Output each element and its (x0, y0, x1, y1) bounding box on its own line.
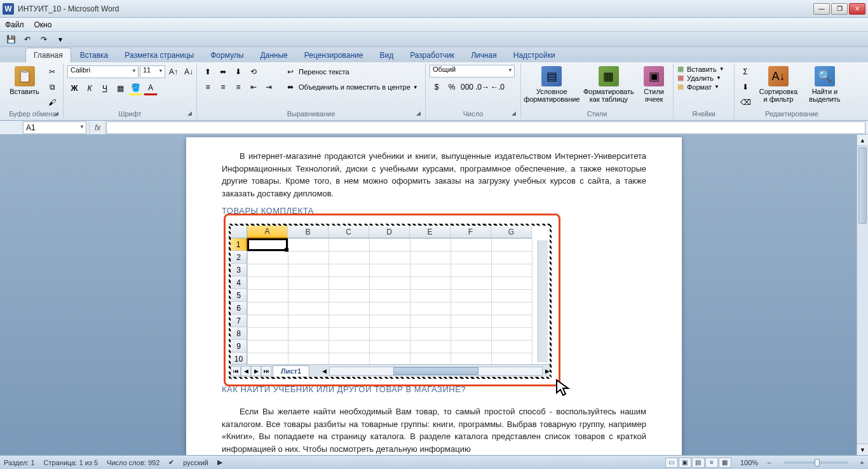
scroll-thumb[interactable] (858, 147, 867, 224)
zoom-slider[interactable] (784, 461, 848, 464)
increase-indent-icon[interactable]: ⇥ (262, 80, 276, 94)
status-spellcheck-icon[interactable]: ✔ (168, 458, 174, 466)
tab-home[interactable]: Главная (25, 48, 71, 62)
close-button[interactable]: ✕ (849, 3, 865, 15)
decrease-decimal-icon[interactable]: ←.0 (491, 80, 505, 94)
vertical-scrollbar[interactable]: ▲ ▼ (857, 135, 868, 455)
menu-window[interactable]: Окно (34, 20, 52, 29)
fx-icon[interactable]: fx (89, 121, 106, 134)
maximize-button[interactable]: ❐ (831, 3, 848, 15)
row-header[interactable]: 9 (231, 340, 247, 353)
status-macro-icon[interactable]: ▶ (217, 458, 222, 466)
row-header[interactable]: 10 (231, 353, 247, 364)
name-box[interactable]: A1▼ (23, 121, 86, 134)
embedded-vertical-scrollbar[interactable] (538, 240, 548, 362)
autosum-icon[interactable]: Σ (738, 65, 752, 79)
embedded-excel-object[interactable]: A B C D E F G 1 2 3 4 5 6 7 8 9 10 (229, 224, 552, 379)
scroll-down-icon[interactable]: ▼ (857, 444, 868, 455)
align-center-icon[interactable]: ≡ (216, 80, 230, 94)
tab-formulas[interactable]: Формулы (203, 48, 251, 62)
paste-button[interactable]: 📋 Вставить (6, 65, 43, 97)
cut-icon[interactable]: ✂ (45, 65, 59, 79)
insert-cells-button[interactable]: ▦Вставить▼ (677, 65, 724, 73)
status-page[interactable]: Страница: 1 из 5 (44, 459, 98, 466)
horizontal-scrollbar[interactable] (329, 367, 543, 376)
fill-icon[interactable]: ⬇ (738, 80, 752, 94)
border-icon[interactable]: ▦ (113, 81, 127, 95)
merge-center-button[interactable]: ⬌ Объединить и поместить в центре ▼ (283, 80, 418, 94)
clear-icon[interactable]: ⌫ (738, 95, 752, 109)
hscroll-right-icon[interactable]: ▶ (545, 368, 550, 374)
column-header[interactable]: B (288, 226, 329, 238)
comma-icon[interactable]: 000 (460, 80, 474, 94)
font-dialog-launcher[interactable]: ◢ (187, 110, 195, 118)
menu-file[interactable]: Файл (5, 20, 24, 29)
zoom-in-button[interactable]: + (860, 459, 864, 466)
align-top-icon[interactable]: ⬆ (201, 65, 215, 79)
save-icon[interactable]: 💾 (4, 33, 18, 46)
sheet-tab[interactable]: Лист1 (273, 365, 309, 376)
italic-icon[interactable]: К (83, 81, 97, 95)
font-color-icon[interactable]: A (144, 81, 158, 95)
clipboard-dialog-launcher[interactable]: ◢ (54, 110, 62, 118)
tab-developer[interactable]: Разработчик (402, 48, 462, 62)
conditional-formatting-button[interactable]: ▤Условное форматирование (525, 65, 579, 104)
status-language[interactable]: русский (183, 459, 208, 466)
minimize-button[interactable]: — (813, 3, 830, 15)
zoom-level[interactable]: 100% (740, 459, 758, 466)
tab-insert[interactable]: Вставка (72, 48, 116, 62)
format-painter-icon[interactable]: 🖌 (45, 95, 59, 109)
zoom-out-button[interactable]: − (767, 459, 771, 466)
find-select-button[interactable]: 🔍Найти и выделить (804, 65, 845, 104)
cell-grid[interactable] (247, 238, 532, 364)
tab-review[interactable]: Рецензирование (297, 48, 371, 62)
column-header[interactable]: C (329, 226, 369, 238)
formula-input[interactable] (106, 121, 865, 134)
align-left-icon[interactable]: ≡ (201, 80, 215, 94)
format-cells-button[interactable]: ▦Формат▼ (677, 83, 719, 91)
sheet-nav-next-icon[interactable]: ▶ (251, 366, 261, 376)
increase-font-icon[interactable]: A↑ (166, 65, 180, 79)
cell-styles-button[interactable]: ▣Стили ячеек (639, 65, 669, 104)
row-header[interactable]: 6 (231, 302, 247, 315)
align-middle-icon[interactable]: ⬌ (216, 65, 230, 79)
orientation-icon[interactable]: ⟲ (247, 65, 261, 79)
tab-view[interactable]: Вид (372, 48, 401, 62)
alignment-dialog-launcher[interactable]: ◢ (416, 110, 424, 118)
hscroll-left-icon[interactable]: ◀ (322, 368, 327, 374)
row-header[interactable]: 3 (231, 264, 247, 276)
delete-cells-button[interactable]: ▦Удалить▼ (677, 74, 721, 82)
font-name-combo[interactable]: Calibri▼ (67, 65, 139, 78)
redo-icon[interactable]: ↷ (37, 33, 51, 46)
copy-icon[interactable]: ⧉ (45, 80, 59, 94)
percent-icon[interactable]: % (445, 80, 459, 94)
row-header[interactable]: 2 (231, 251, 247, 264)
row-header[interactable]: 4 (231, 276, 247, 289)
view-outline-icon[interactable]: ≡ (705, 458, 718, 468)
decrease-font-icon[interactable]: A↓ (182, 65, 196, 79)
view-draft-icon[interactable]: ▦ (719, 458, 731, 468)
select-all-corner[interactable] (231, 226, 247, 238)
align-bottom-icon[interactable]: ⬇ (231, 65, 245, 79)
column-header[interactable]: E (410, 226, 451, 238)
status-word-count[interactable]: Число слов: 992 (107, 459, 159, 466)
view-print-layout-icon[interactable]: ▭ (665, 458, 678, 468)
hscroll-thumb[interactable] (393, 367, 478, 375)
sheet-nav-last-icon[interactable]: ⏭ (261, 366, 271, 376)
bold-icon[interactable]: Ж (67, 81, 81, 95)
row-header[interactable]: 8 (231, 327, 247, 340)
sort-filter-button[interactable]: A↓Сортировка и фильтр (755, 65, 802, 104)
qat-customize-icon[interactable]: ▾ (53, 33, 67, 46)
scroll-up-icon[interactable]: ▲ (857, 135, 868, 146)
row-header[interactable]: 5 (231, 289, 247, 302)
column-header[interactable]: F (451, 226, 491, 238)
fill-color-icon[interactable]: 🪣 (128, 81, 142, 95)
tab-addins[interactable]: Надстройки (506, 48, 563, 62)
tab-data[interactable]: Данные (252, 48, 295, 62)
view-web-layout-icon[interactable]: ▤ (692, 458, 705, 468)
column-header[interactable]: G (491, 226, 532, 238)
column-header[interactable]: D (369, 226, 410, 238)
row-header[interactable]: 7 (231, 315, 247, 327)
font-size-combo[interactable]: 11▼ (140, 65, 165, 78)
format-as-table-button[interactable]: ▦Форматировать как таблицу (581, 65, 636, 104)
